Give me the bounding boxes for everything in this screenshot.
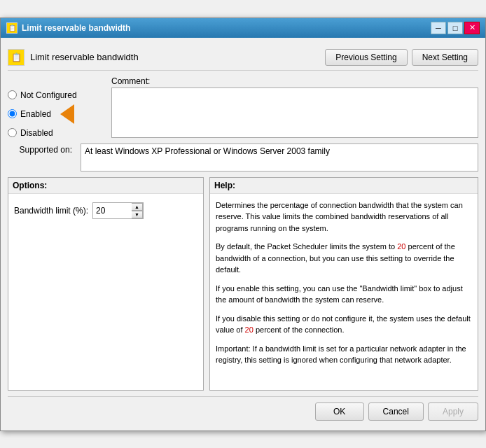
nav-buttons: Previous Setting Next Setting xyxy=(325,49,478,66)
bandwidth-label: Bandwidth limit (%): xyxy=(14,206,88,216)
disabled-label: Disabled xyxy=(20,128,53,138)
window-title: Limit reservable bandwidth xyxy=(22,23,130,33)
help-content: Determines the percentage of connection … xyxy=(210,194,478,390)
maximize-button[interactable]: □ xyxy=(447,22,463,34)
title-bar-left: 📋 Limit reservable bandwidth xyxy=(6,22,130,34)
disabled-option[interactable]: Disabled xyxy=(8,128,106,138)
help-para-4: If you disable this setting or do not co… xyxy=(216,313,472,336)
apply-button[interactable]: Apply xyxy=(428,402,478,421)
bottom-buttons: OK Cancel Apply xyxy=(8,396,478,424)
supported-section: Supported on: At least Windows XP Profes… xyxy=(8,144,478,172)
header-title: Limit reservable bandwidth xyxy=(30,52,139,62)
not-configured-option[interactable]: Not Configured xyxy=(8,90,106,100)
spinner-up-button[interactable]: ▲ xyxy=(132,203,143,211)
not-configured-radio[interactable] xyxy=(8,90,17,99)
comment-section: Comment: xyxy=(111,76,478,138)
main-content: Options: Bandwidth limit (%): 20 ▲ ▼ xyxy=(8,177,478,391)
spinner-buttons: ▲ ▼ xyxy=(132,203,143,218)
help-panel: Help: Determines the percentage of conne… xyxy=(209,177,478,391)
options-header: Options: xyxy=(8,178,203,194)
bandwidth-row: Bandwidth limit (%): 20 ▲ ▼ xyxy=(14,202,197,219)
spinner-down-button[interactable]: ▼ xyxy=(132,211,143,218)
options-panel: Options: Bandwidth limit (%): 20 ▲ ▼ xyxy=(8,177,204,391)
ok-button[interactable]: OK xyxy=(315,402,364,421)
comment-label: Comment: xyxy=(111,76,478,86)
orange-arrow-icon xyxy=(60,104,74,124)
enabled-label: Enabled xyxy=(20,109,51,119)
close-button[interactable]: ✕ xyxy=(464,22,480,34)
header-bar: 📋 Limit reservable bandwidth Previous Se… xyxy=(8,45,478,71)
not-configured-label: Not Configured xyxy=(20,90,77,100)
header-icon: 📋 xyxy=(8,49,25,66)
title-buttons: ─ □ ✕ xyxy=(431,22,480,34)
help-para-2: By default, the Packet Scheduler limits … xyxy=(216,241,472,276)
enabled-option[interactable]: Enabled xyxy=(8,104,106,124)
enabled-radio[interactable] xyxy=(8,109,17,118)
help-highlight-1: 20 xyxy=(397,242,405,251)
disabled-radio[interactable] xyxy=(8,128,17,137)
help-highlight-2: 20 xyxy=(245,326,254,334)
top-section: Not Configured Enabled Disabled Comment: xyxy=(8,76,478,138)
cancel-button[interactable]: Cancel xyxy=(368,402,424,421)
main-window: 📋 Limit reservable bandwidth ─ □ ✕ 📋 Lim… xyxy=(0,18,486,431)
help-header: Help: xyxy=(210,178,478,194)
next-setting-button[interactable]: Next Setting xyxy=(412,49,478,66)
window-body: 📋 Limit reservable bandwidth Previous Se… xyxy=(1,38,485,430)
title-bar: 📋 Limit reservable bandwidth ─ □ ✕ xyxy=(1,18,485,38)
window-icon: 📋 xyxy=(6,22,18,34)
help-para-3: If you enable this setting, you can use … xyxy=(216,283,472,306)
minimize-button[interactable]: ─ xyxy=(431,22,446,34)
help-para-5: Important: If a bandwidth limit is set f… xyxy=(216,343,472,366)
supported-value: At least Windows XP Professional or Wind… xyxy=(81,144,478,172)
previous-setting-button[interactable]: Previous Setting xyxy=(325,49,407,66)
bandwidth-input[interactable]: 20 xyxy=(93,203,132,218)
supported-label: Supported on: xyxy=(8,144,78,155)
comment-textarea[interactable] xyxy=(111,88,478,138)
bandwidth-spinner: 20 ▲ ▼ xyxy=(92,202,144,219)
radio-section: Not Configured Enabled Disabled xyxy=(8,76,106,138)
options-content: Bandwidth limit (%): 20 ▲ ▼ xyxy=(8,194,203,225)
help-para-1: Determines the percentage of connection … xyxy=(216,200,472,234)
